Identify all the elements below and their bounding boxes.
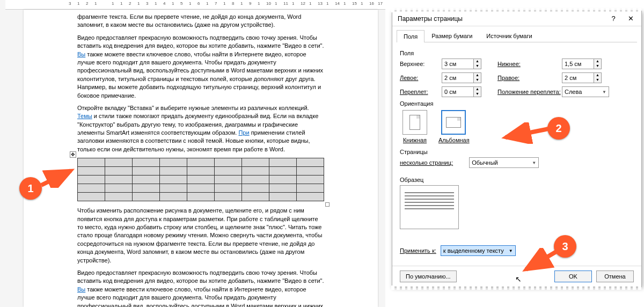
multi-pages-select[interactable]: Обычный▼ (469, 157, 539, 168)
table-cell[interactable] (160, 193, 187, 201)
margin-left-input[interactable]: ▲▼ (442, 72, 489, 83)
margin-left-label: Левое: (400, 75, 442, 81)
orientation-portrait-label: Книжная (400, 137, 430, 143)
hyperlink[interactable]: Вы (77, 286, 85, 293)
close-button[interactable]: ✕ (622, 12, 639, 25)
dialog-footer: По умолчанию... OK Отмена (392, 266, 641, 287)
table-cell[interactable] (269, 184, 297, 193)
spin-up-icon[interactable]: ▲ (474, 59, 481, 64)
table-cell[interactable] (297, 184, 324, 193)
gutter-position-label: Положение переплета: (497, 89, 562, 95)
spin-up-icon[interactable]: ▲ (474, 73, 481, 78)
table-cell[interactable] (297, 167, 324, 176)
table-cell[interactable] (133, 176, 160, 184)
paragraph[interactable]: Откройте вкладку "Вставка" и выберите ну… (77, 104, 324, 154)
table-cell[interactable] (269, 193, 297, 201)
tab-paper-source[interactable]: Источник бумаги (479, 30, 539, 42)
table-cell[interactable] (160, 158, 187, 167)
table-cell[interactable] (215, 158, 242, 167)
table-cell[interactable] (160, 167, 187, 176)
table-cell[interactable] (105, 193, 133, 201)
table-cell[interactable] (187, 167, 215, 176)
table-cell[interactable] (242, 176, 269, 184)
table-cell[interactable] (269, 176, 297, 184)
gutter-position-select[interactable]: Слева▼ (562, 86, 609, 97)
table-cell[interactable] (215, 167, 242, 176)
paragraph[interactable]: фрагменте текста. Если вы прервете чтени… (77, 13, 324, 30)
text-run: также можете ввести ключевое слово, чтоб… (77, 51, 323, 99)
table-cell[interactable] (269, 167, 297, 176)
horizontal-ruler[interactable]: 3121112131415161718191101111121131141151… (5, 0, 385, 10)
table-cell[interactable] (160, 176, 187, 184)
paragraph[interactable]: Видео предоставляет прекрасную возможнос… (77, 269, 324, 307)
table-cell[interactable] (133, 193, 160, 201)
table-cell[interactable] (78, 167, 105, 176)
word-document-area: 3121112131415161718191101111121131141151… (0, 0, 385, 307)
callout-2: 2 (547, 117, 570, 140)
table-cell[interactable] (78, 193, 105, 201)
table-cell[interactable] (187, 184, 215, 193)
table-cell[interactable] (297, 158, 324, 167)
table-resize-handle-icon[interactable] (325, 202, 330, 207)
table-cell[interactable] (242, 167, 269, 176)
spin-up-icon[interactable]: ▲ (594, 73, 601, 78)
apply-to-label: Применить к: (400, 247, 436, 254)
table-cell[interactable] (297, 176, 324, 184)
spin-down-icon[interactable]: ▼ (474, 78, 481, 83)
paragraph[interactable]: Чтобы изменить расположение рисунка в до… (77, 207, 324, 265)
chevron-down-icon: ▼ (602, 90, 606, 94)
table-cell[interactable] (215, 193, 242, 201)
text-run: Откройте вкладку "Вставка" и выберите ну… (77, 105, 309, 111)
table-cell[interactable] (242, 184, 269, 193)
table-cell[interactable] (269, 158, 297, 167)
orientation-portrait-button[interactable]: Книжная (400, 110, 430, 143)
dialog-titlebar[interactable]: Параметры страницы ? ✕ (392, 11, 641, 26)
document-table[interactable] (77, 158, 324, 201)
spin-down-icon[interactable]: ▼ (474, 92, 481, 97)
table-cell[interactable] (215, 176, 242, 184)
table-cell[interactable] (78, 158, 105, 167)
margin-bottom-input[interactable]: ▲▼ (562, 59, 609, 69)
table-cell[interactable] (133, 167, 160, 176)
spin-up-icon[interactable]: ▲ (594, 59, 601, 64)
document-page[interactable]: фрагменте текста. Если вы прервете чтени… (24, 10, 378, 307)
table-cell[interactable] (297, 193, 324, 201)
spin-down-icon[interactable]: ▼ (594, 64, 601, 69)
table-cell[interactable] (215, 184, 242, 193)
spin-down-icon[interactable]: ▼ (594, 78, 601, 83)
gutter-input[interactable]: ▲▼ (442, 86, 489, 97)
cancel-button[interactable]: Отмена (596, 271, 634, 282)
default-button[interactable]: По умолчанию... (400, 271, 457, 282)
help-button[interactable]: ? (605, 12, 622, 25)
table-cell[interactable] (160, 184, 187, 193)
table-cell[interactable] (187, 176, 215, 184)
tab-paper-size[interactable]: Размер бумаги (425, 30, 479, 42)
table-cell[interactable] (105, 184, 133, 193)
table-cell[interactable] (133, 184, 160, 193)
margin-top-input[interactable]: ▲▼ (442, 59, 489, 69)
hyperlink[interactable]: Вы (77, 51, 85, 57)
table-cell[interactable] (187, 158, 215, 167)
spin-down-icon[interactable]: ▼ (474, 64, 481, 69)
table-cell[interactable] (242, 193, 269, 201)
table-cell[interactable] (78, 176, 105, 184)
table-cell[interactable] (133, 158, 160, 167)
margin-right-input[interactable]: ▲▼ (562, 72, 609, 83)
table-cell[interactable] (78, 184, 105, 193)
ok-button[interactable]: OK (554, 271, 592, 282)
table-cell[interactable] (187, 193, 215, 201)
paragraph[interactable]: Видео предоставляет прекрасную возможнос… (77, 34, 324, 100)
table-move-handle-icon[interactable]: ✥ (70, 151, 76, 158)
hyperlink[interactable]: При (238, 129, 249, 136)
hyperlink[interactable]: Темы (77, 113, 92, 119)
table-cell[interactable] (105, 167, 133, 176)
orientation-landscape-button[interactable]: Альбомная (438, 110, 469, 143)
spin-up-icon[interactable]: ▲ (474, 87, 481, 92)
apply-to-select[interactable]: к выделенному тексту▼ (441, 245, 516, 256)
margin-bottom-label: Нижнее: (497, 61, 562, 67)
portrait-page-icon (409, 115, 420, 130)
table-cell[interactable] (242, 158, 269, 167)
table-cell[interactable] (105, 176, 133, 184)
tab-fields[interactable]: Поля (397, 30, 425, 42)
table-cell[interactable] (105, 158, 133, 167)
